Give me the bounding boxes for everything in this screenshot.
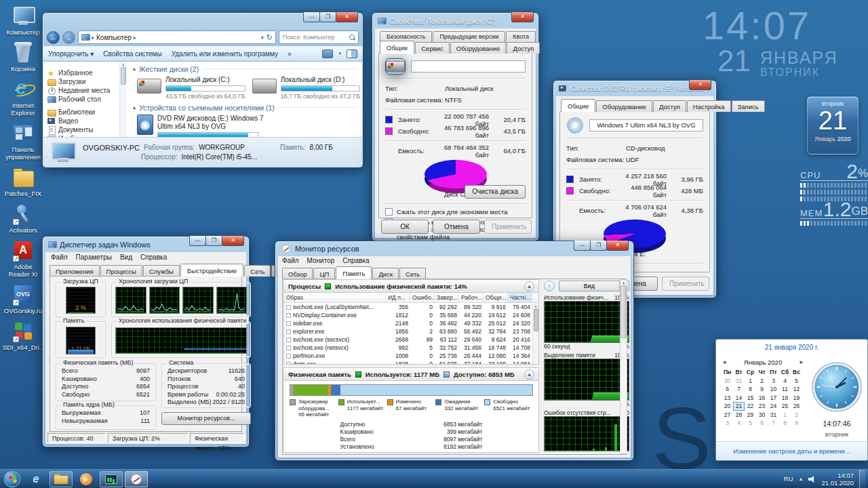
drive-d-item[interactable]: Локальный диск (D:) 16,7 ГБ свободно из … xyxy=(252,76,361,100)
desktop-icon-patches-folder[interactable]: Patches_FIX xyxy=(3,167,43,197)
taskbar-ie-button[interactable]: e xyxy=(24,471,47,487)
calendar-day-cell[interactable]: 3 xyxy=(722,419,733,428)
sidebar-item[interactable]: Документы xyxy=(47,125,119,134)
table-scrollbar[interactable]: ▴ xyxy=(532,304,538,364)
props-e-tab-Оборудование[interactable]: Оборудование xyxy=(596,100,652,112)
column-header-3[interactable]: Завер... xyxy=(435,293,459,302)
address-bar[interactable]: ▸ Компьютер ▸ ▾↻ xyxy=(78,30,276,44)
calendar-day-cell[interactable]: 8 xyxy=(779,419,791,428)
column-header-6[interactable]: Частн... xyxy=(508,293,532,302)
props-e-tab-Запись[interactable]: Запись xyxy=(732,100,765,112)
sidebar-item[interactable]: Библиотеки xyxy=(47,108,119,117)
volume-name-field[interactable] xyxy=(411,60,526,73)
calendar-day-cell[interactable]: 7 xyxy=(768,419,779,428)
volume-icon[interactable] xyxy=(808,476,816,483)
collapse-chevron-icon[interactable]: ▴ xyxy=(524,369,534,380)
calendar-day-cell[interactable]: 29 xyxy=(745,411,756,420)
process-row[interactable]: explorer.exe1856263 88056 49232 78423 70… xyxy=(284,327,538,336)
section-removable[interactable]: ▴Устройства со съемными носителями (1) xyxy=(133,102,357,113)
maximize-button[interactable]: ❐ xyxy=(319,12,336,22)
sidebar-item[interactable]: Избранное xyxy=(47,68,119,77)
calendar-day-cell[interactable]: 20 xyxy=(722,402,733,411)
volume-name-field[interactable]: Windows 7 Ultim x64 NL3 by OVG xyxy=(589,119,703,131)
resmon-tab-Диск[interactable]: Диск xyxy=(372,268,399,279)
preview-pane-icon[interactable] xyxy=(347,49,357,58)
calendar-day-cell[interactable]: 3 xyxy=(768,377,779,386)
toolbar-item-2[interactable]: Удалить или изменить программу xyxy=(172,50,278,58)
calendar-day-cell[interactable]: 26 xyxy=(791,402,802,411)
resource-monitor-button[interactable]: Монитор ресурсов... xyxy=(161,412,251,425)
apply-button[interactable]: Применить xyxy=(662,277,709,291)
calendar-day-cell[interactable]: 5 xyxy=(791,377,802,386)
close-button[interactable]: ✕ xyxy=(222,236,244,246)
refresh-icon[interactable]: ↻ xyxy=(267,33,273,42)
calendar-day-cell[interactable]: 25 xyxy=(779,402,791,411)
taskbar-media-player-button[interactable]: ▶ xyxy=(75,471,98,487)
calendar-day-cell[interactable]: 24 xyxy=(768,402,779,411)
memory-section-header[interactable]: Физическая память Используется: 1177 МБ … xyxy=(283,367,539,381)
minimize-button[interactable]: — xyxy=(189,236,206,246)
column-header-5[interactable]: Общи... xyxy=(484,293,508,302)
calendar-day-cell[interactable]: 30 xyxy=(722,377,733,386)
properties-c-titlebar[interactable]: Свойства: Локальный диск (C:) ✕ xyxy=(372,13,538,28)
calendar-day-cell[interactable]: 7 xyxy=(733,385,745,394)
calendar-day-cell[interactable]: 6 xyxy=(756,419,768,428)
desktop-icon-internet-explorer[interactable]: Internet Explorer xyxy=(3,79,43,117)
change-date-time-link[interactable]: Изменение настроек даты и времени... xyxy=(716,441,867,460)
minimize-button[interactable]: — xyxy=(303,12,320,22)
desktop-icon-adobe-reader[interactable]: ↗Adobe Reader XI xyxy=(3,240,43,278)
props-c-tab-Оборудование[interactable]: Оборудование xyxy=(450,42,507,54)
taskbar-resource-monitor-button[interactable] xyxy=(125,471,148,487)
calendar-day-cell[interactable]: 10 xyxy=(768,385,779,394)
process-checkbox[interactable] xyxy=(286,313,291,318)
calendar-day-cell[interactable]: 6 xyxy=(722,385,733,394)
view-dropdown-button[interactable]: Вид▼ xyxy=(559,281,629,291)
process-checkbox[interactable] xyxy=(286,305,291,310)
calendar-day-cell[interactable]: 9 xyxy=(791,419,802,428)
desktop-icon-activators[interactable]: ↗Activators xyxy=(3,203,43,234)
view-options-icon[interactable] xyxy=(322,49,333,58)
properties-e-titlebar[interactable]: Свойства: DVD RW дисковод (E:) Windows 7… xyxy=(553,81,716,96)
calendar-day-cell[interactable]: 30 xyxy=(756,411,768,420)
section-hard-disks[interactable]: ▴Жесткие диски (2) xyxy=(133,64,357,74)
calendar-day-cell[interactable]: 12 xyxy=(791,385,802,394)
back-button[interactable]: ← xyxy=(47,31,60,44)
sidebar-item[interactable]: Недавние места xyxy=(47,86,119,95)
taskman-tab-Процессы[interactable]: Процессы xyxy=(100,265,142,277)
sidebar-scrollbar[interactable]: ▴ xyxy=(119,62,126,137)
calendar-day-cell[interactable]: 19 xyxy=(791,394,802,403)
menu-Файл[interactable]: Файл xyxy=(282,257,299,266)
taskman-tab-Приложения[interactable]: Приложения xyxy=(50,265,100,277)
calendar-day-cell[interactable]: 8 xyxy=(745,385,756,394)
desktop-icon-ovgorskiy[interactable]: ↗OVGorskiy.ru xyxy=(3,284,43,314)
search-input[interactable]: Поиск: Компьютер xyxy=(279,30,359,44)
calendar-day-cell[interactable]: 15 xyxy=(745,394,756,403)
minimize-button[interactable]: — xyxy=(574,241,591,251)
props-c-tab-Доступ[interactable]: Доступ xyxy=(507,42,540,54)
calendar-day-cell[interactable]: 14 xyxy=(733,394,745,403)
collapse-chevron-icon[interactable]: ▴ xyxy=(524,281,534,291)
props-c-tab-Предыдущие версии[interactable]: Предыдущие версии xyxy=(433,31,505,43)
calendar-day-cell[interactable]: 4 xyxy=(779,377,791,386)
sidebar-item[interactable]: Видео xyxy=(47,117,119,125)
sidebar-item[interactable]: Рабочий стол xyxy=(47,95,119,104)
column-header-0[interactable]: Образ xyxy=(284,293,386,302)
compress-checkbox[interactable] xyxy=(385,208,393,216)
process-checkbox[interactable] xyxy=(286,354,291,359)
maximize-button[interactable]: ❐ xyxy=(205,236,222,246)
calendar-day-cell[interactable]: 1 xyxy=(779,411,791,420)
processes-section-header[interactable]: Процессы Использование физической памяти… xyxy=(283,279,539,293)
calendar-day-cell[interactable]: 18 xyxy=(779,394,791,403)
calendar-day-cell[interactable]: 17 xyxy=(768,394,779,403)
process-checkbox[interactable] xyxy=(286,329,291,334)
close-button[interactable]: ✕ xyxy=(689,80,711,90)
column-header-1[interactable]: ИД п... xyxy=(386,293,410,302)
taskman-tab-Службы[interactable]: Службы xyxy=(143,265,180,277)
process-checkbox[interactable] xyxy=(286,346,291,350)
cancel-button[interactable]: Отмена xyxy=(433,220,480,234)
window-scrollbar[interactable]: ▴ xyxy=(620,279,627,454)
calendar-day-cell[interactable]: 9 xyxy=(756,385,768,394)
address-crumb[interactable]: Компьютер xyxy=(96,34,132,41)
toolbar-item-3[interactable]: » xyxy=(288,50,292,58)
close-button[interactable]: ✕ xyxy=(511,12,534,22)
